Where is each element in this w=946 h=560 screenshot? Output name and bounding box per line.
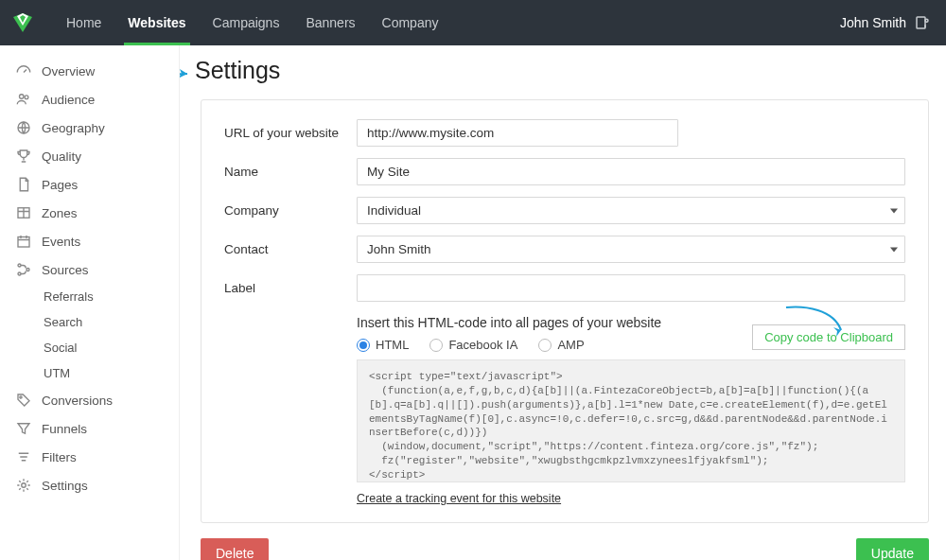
- speedometer-icon: [15, 62, 32, 79]
- sidebar-item-sources[interactable]: Sources: [0, 255, 179, 284]
- sidebar-item-zones[interactable]: Zones: [0, 199, 179, 227]
- sidebar-item-referrals[interactable]: Referrals: [0, 284, 179, 309]
- svg-point-11: [18, 272, 21, 275]
- radio-facebook-ia[interactable]: Facebook IA: [429, 338, 517, 352]
- sidebar-item-utm[interactable]: UTM: [0, 360, 179, 386]
- sidebar-item-search[interactable]: Search: [0, 309, 179, 335]
- sidebar-item-pages[interactable]: Pages: [0, 170, 179, 199]
- trophy-icon: [15, 148, 32, 165]
- url-input[interactable]: [357, 119, 678, 147]
- sidebar-item-label: Geography: [42, 121, 105, 135]
- sidebar-item-label: Overview: [42, 64, 95, 79]
- contact-select[interactable]: [357, 236, 905, 263]
- svg-point-13: [20, 396, 22, 398]
- svg-point-5: [20, 95, 25, 99]
- svg-point-12: [26, 269, 29, 271]
- sidebar-item-label: Conversions: [42, 394, 113, 408]
- grid-icon: [15, 204, 32, 221]
- sidebar-item-label: Social: [44, 341, 77, 355]
- svg-rect-3: [917, 17, 925, 28]
- sidebar-item-audience[interactable]: Audience: [0, 85, 179, 114]
- sidebar-item-overview[interactable]: Overview: [0, 57, 179, 85]
- sidebar-item-label: Funnels: [42, 422, 87, 436]
- company-select[interactable]: [357, 197, 905, 224]
- nav-websites[interactable]: Websites: [114, 0, 199, 45]
- radio-label: AMP: [557, 338, 584, 352]
- people-icon: [15, 91, 32, 108]
- globe-icon: [15, 119, 32, 136]
- sidebar: Overview Audience Geography Quality Page…: [0, 45, 180, 560]
- label-input[interactable]: [357, 274, 905, 302]
- url-label: URL of your website: [224, 126, 357, 140]
- sidebar-item-conversions[interactable]: Conversions: [0, 386, 179, 414]
- svg-rect-9: [18, 237, 29, 248]
- sidebar-item-geography[interactable]: Geography: [0, 114, 179, 142]
- nav-label: Home: [66, 15, 101, 30]
- radio-amp[interactable]: AMP: [538, 338, 584, 352]
- branch-icon: [15, 261, 32, 278]
- radio-label: HTML: [376, 338, 409, 352]
- sidebar-item-label: Search: [44, 315, 82, 329]
- user-menu[interactable]: John Smith: [840, 14, 935, 31]
- nav-label: Campaigns: [213, 15, 280, 30]
- copy-code-button[interactable]: Copy code to Clipboard: [752, 324, 905, 350]
- main-content: Settings URL of your website Name Compan…: [180, 45, 946, 560]
- radio-html[interactable]: HTML: [357, 338, 409, 352]
- top-nav: Home Websites Campaigns Banners Company …: [0, 0, 946, 45]
- svg-point-6: [25, 96, 28, 99]
- radio-group: HTML Facebook IA AMP Copy code to Clipbo…: [357, 338, 905, 352]
- nav-company[interactable]: Company: [369, 0, 452, 45]
- label-label: Label: [224, 281, 357, 295]
- sidebar-item-label: Zones: [42, 206, 78, 220]
- sidebar-item-quality[interactable]: Quality: [0, 142, 179, 170]
- sliders-icon: [15, 448, 32, 465]
- code-snippet[interactable]: <script type="text/javascript"> (functio…: [357, 359, 905, 482]
- delete-button[interactable]: Delete: [201, 538, 269, 560]
- nav-home[interactable]: Home: [53, 0, 114, 45]
- tag-icon: [15, 392, 32, 409]
- page-icon: [15, 176, 32, 193]
- svg-point-10: [18, 264, 21, 267]
- nav-banners[interactable]: Banners: [292, 0, 368, 45]
- sidebar-item-label: Referrals: [44, 289, 94, 304]
- svg-point-14: [22, 483, 26, 488]
- company-value[interactable]: [357, 197, 905, 224]
- sidebar-item-events[interactable]: Events: [0, 227, 179, 255]
- sidebar-item-label: Audience: [42, 93, 95, 107]
- sidebar-item-label: Pages: [42, 178, 78, 192]
- radio-label: Facebook IA: [448, 338, 517, 352]
- radio-dot-icon: [538, 339, 552, 352]
- nav-campaigns[interactable]: Campaigns: [200, 0, 293, 45]
- funnel-icon: [15, 420, 32, 437]
- name-input[interactable]: [357, 158, 905, 185]
- nav-label: Websites: [128, 15, 185, 30]
- nav-label: Company: [382, 15, 439, 30]
- update-button[interactable]: Update: [856, 538, 929, 560]
- settings-card: URL of your website Name Company Contact: [201, 99, 929, 523]
- page-title: Settings: [195, 57, 929, 84]
- calendar-icon: [15, 233, 32, 250]
- nav-label: Banners: [306, 15, 355, 30]
- contact-label: Contact: [224, 242, 357, 256]
- svg-point-4: [925, 19, 928, 22]
- sidebar-item-label: Events: [42, 235, 80, 249]
- sidebar-item-label: Quality: [42, 149, 81, 164]
- sidebar-item-label: Sources: [42, 263, 89, 277]
- tracking-event-link[interactable]: Create a tracking event for this website: [357, 492, 561, 505]
- logo-icon: [11, 11, 34, 34]
- gear-icon: [15, 477, 32, 494]
- sidebar-item-label: Filters: [42, 450, 77, 464]
- company-label: Company: [224, 203, 357, 218]
- sidebar-item-social[interactable]: Social: [0, 335, 179, 360]
- sidebar-item-filters[interactable]: Filters: [0, 443, 179, 471]
- sidebar-item-settings[interactable]: Settings: [0, 471, 179, 499]
- radio-dot-icon: [429, 339, 443, 352]
- sidebar-item-label: UTM: [44, 366, 70, 380]
- footer-actions: Delete Update: [201, 538, 929, 560]
- user-name: John Smith: [840, 15, 906, 30]
- sidebar-item-funnels[interactable]: Funnels: [0, 414, 179, 443]
- contact-value[interactable]: [357, 236, 905, 263]
- sidebar-item-label: Settings: [42, 479, 88, 493]
- name-label: Name: [224, 165, 357, 179]
- radio-dot-icon: [357, 339, 370, 352]
